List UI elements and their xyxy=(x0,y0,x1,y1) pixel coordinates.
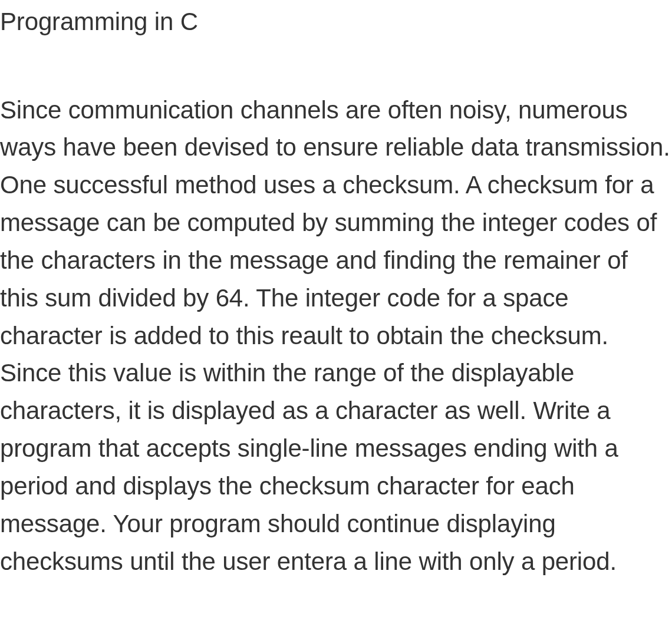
document-title: Programming in C xyxy=(0,6,672,38)
document-body: Since communication channels are often n… xyxy=(0,91,672,580)
